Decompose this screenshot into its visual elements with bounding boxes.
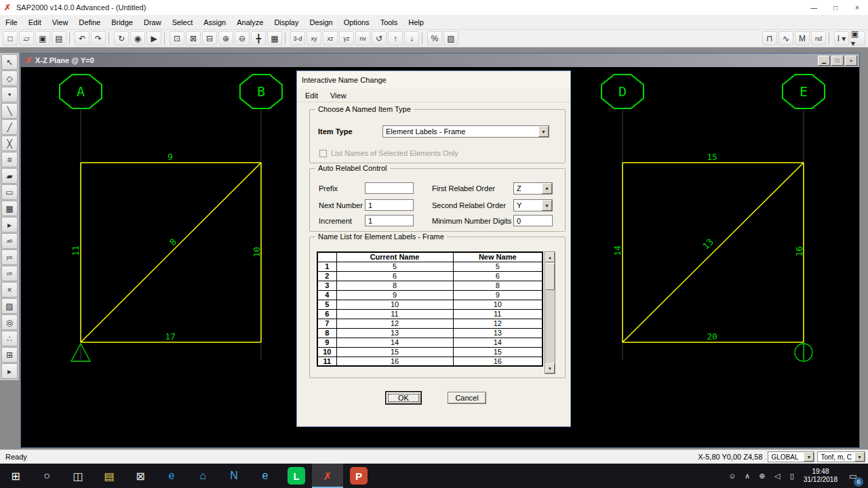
display-templates-dropdown[interactable]: ▣ ▾ (850, 31, 865, 45)
restore-full-view-button[interactable]: ⊠ (186, 31, 201, 45)
new-name-cell[interactable]: 8 (453, 281, 542, 290)
scroll-up-icon[interactable]: ▲ (545, 252, 555, 262)
zoom-in-button[interactable]: ⊕ (218, 31, 233, 45)
child-minimize-button[interactable]: ▁ (818, 56, 830, 66)
menu-item[interactable]: Tools (375, 16, 403, 28)
new-name-cell[interactable]: 16 (453, 357, 542, 366)
new-name-cell[interactable]: 10 (453, 300, 542, 309)
new-name-cell[interactable]: 14 (453, 338, 542, 347)
child-restore-button[interactable]: □ (831, 56, 844, 66)
task-view-button[interactable]: ◫ (62, 464, 94, 488)
up-one-gridline-button[interactable]: ↑ (388, 31, 403, 45)
quick-draw-area-button[interactable]: ▦ (1, 201, 18, 216)
scrollbar-thumb[interactable] (545, 263, 555, 290)
coordinate-system-select[interactable]: GLOBAL ▼ (768, 451, 814, 462)
dialog-menu-item[interactable]: View (324, 90, 353, 101)
second-order-select[interactable]: Y ▼ (513, 199, 553, 211)
powerpoint-button[interactable]: P (343, 464, 374, 488)
object-shrink-toggle-button[interactable]: % (427, 31, 442, 45)
reshape-element-button[interactable]: ◇ (1, 70, 18, 86)
perspective-toggle-button[interactable]: ↺ (372, 31, 387, 45)
menu-item[interactable]: File (0, 16, 23, 28)
increment-input[interactable]: 1 (365, 215, 414, 226)
menu-item[interactable]: Help (403, 16, 429, 28)
draw-poly-area-button[interactable]: ▰ (1, 168, 18, 184)
menu-item[interactable]: Select (167, 16, 199, 28)
xy-view-button[interactable]: xy (307, 31, 321, 45)
show-grid-button[interactable]: ⊞ (1, 347, 18, 363)
next-number-input[interactable]: 1 (365, 199, 414, 211)
redo-button[interactable]: ↷ (91, 31, 106, 45)
lock-model-button[interactable]: ◉ (130, 31, 145, 45)
select-all-button[interactable]: all (1, 233, 18, 249)
show-forces-stresses-button[interactable]: M (795, 31, 810, 45)
menu-item[interactable]: Design (304, 16, 338, 28)
down-one-gridline-button[interactable]: ↓ (404, 31, 419, 45)
new-name-cell[interactable]: 12 (453, 319, 542, 328)
print-button[interactable]: ▤ (52, 31, 66, 45)
quick-draw-secondary-beams-button[interactable]: ≡ (1, 152, 18, 167)
new-name-cell[interactable]: 9 (453, 290, 542, 300)
run-analysis-button[interactable]: ▶ (146, 31, 161, 45)
select-flyout-button[interactable]: ▸ (1, 363, 18, 379)
snap-to-points-button[interactable]: ◎ (1, 314, 18, 330)
rubber-band-zoom-button[interactable]: ⊡ (170, 31, 184, 45)
menu-item[interactable]: Assign (198, 16, 231, 28)
previous-zoom-button[interactable]: ⊟ (202, 31, 217, 45)
search-button[interactable]: ○ (31, 464, 62, 488)
snap-to-intersections-button[interactable]: ∴ (1, 331, 18, 346)
poly-select-button[interactable]: ▨ (1, 298, 18, 314)
refresh-window-button[interactable]: ↻ (114, 31, 129, 45)
close-button[interactable]: × (846, 0, 868, 15)
quick-draw-frame-button[interactable]: ╱ (1, 119, 18, 135)
zoom-out-button[interactable]: ⊖ (235, 31, 250, 45)
open-file-button[interactable]: ▱ (19, 31, 34, 45)
yz-view-button[interactable]: yz (339, 31, 354, 45)
new-name-cell[interactable]: 15 (453, 347, 542, 357)
maximize-button[interactable]: □ (825, 0, 846, 15)
set-view-limits-button[interactable]: ▦ (267, 31, 282, 45)
menu-item[interactable]: Draw (138, 16, 167, 28)
draw-frame-button[interactable]: ╲ (1, 103, 18, 119)
show-undeformed-shape-button[interactable]: ⊓ (762, 31, 777, 45)
mail-button[interactable]: ⊠ (125, 464, 156, 488)
menu-item[interactable]: View (47, 16, 74, 28)
menu-item[interactable]: Options (338, 16, 375, 28)
default-3d-view-button[interactable]: 3-d (290, 31, 305, 45)
draw-rectangular-area-button[interactable]: ▭ (1, 184, 18, 200)
pan-button[interactable]: ╋ (251, 31, 266, 45)
select-pointer-button[interactable]: ↖ (1, 54, 18, 70)
quick-draw-braces-button[interactable]: ╳ (1, 136, 18, 151)
nox-player-button[interactable]: N (218, 464, 250, 488)
menu-item[interactable]: Edit (23, 16, 47, 28)
undo-button[interactable]: ↶ (75, 31, 90, 45)
people-icon[interactable]: ☺ (725, 472, 740, 480)
xz-view-button[interactable]: xz (323, 31, 338, 45)
minimize-button[interactable]: — (803, 0, 825, 15)
new-name-cell[interactable]: 11 (453, 309, 542, 319)
action-center-button[interactable]: ▭ 6 (842, 464, 865, 488)
battery-icon[interactable]: ▯ (785, 472, 800, 481)
show-named-display-button[interactable]: nd (811, 31, 826, 45)
sap2000-button[interactable]: ✗ (312, 464, 343, 488)
named-view-button[interactable]: nv (355, 31, 370, 45)
internet-explorer-button[interactable]: e (250, 464, 281, 488)
draw-flyout-button[interactable]: ▸ (1, 217, 18, 232)
new-name-cell[interactable]: 5 (453, 262, 542, 271)
menu-item[interactable]: Display (269, 16, 304, 28)
new-name-cell[interactable]: 13 (453, 328, 542, 338)
store-button[interactable]: ⌂ (187, 464, 218, 488)
hidden-icons-chevron[interactable]: ∧ (740, 472, 755, 481)
intersecting-line-select-button[interactable]: × (1, 282, 18, 298)
table-scrollbar[interactable]: ▲ ▼ (545, 251, 555, 374)
network-icon[interactable]: ⊕ (755, 472, 770, 481)
taskbar-clock[interactable]: 19:48 31/12/2018 (800, 468, 842, 484)
cancel-button[interactable]: Cancel (448, 392, 486, 404)
save-model-button[interactable]: ▣ (35, 31, 50, 45)
start-button[interactable]: ⊞ (0, 464, 31, 488)
volume-icon[interactable]: ◁ (770, 472, 785, 481)
ok-button[interactable]: OK (386, 392, 421, 404)
edge-button[interactable]: e (156, 464, 187, 488)
menu-item[interactable]: Define (73, 16, 106, 28)
menu-item[interactable]: Analyze (231, 16, 269, 28)
